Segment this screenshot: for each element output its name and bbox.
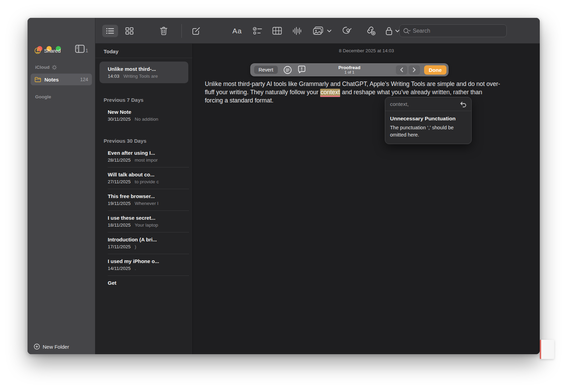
note-date: 18/11/2025 [108, 222, 131, 228]
note-preview: to provide c [135, 179, 159, 184]
format-aa-label: Aa [232, 27, 242, 35]
list-view-button[interactable] [102, 25, 118, 37]
suggestion-title: Unnecessary Punctuation [385, 111, 471, 122]
feedback-bubble-icon[interactable] [297, 66, 306, 74]
note-preview: Whenever I [135, 201, 158, 206]
search-field[interactable] [399, 24, 507, 37]
revert-button[interactable]: Revert [254, 66, 278, 74]
note-preview: Your laptop [135, 222, 158, 228]
summary-icon[interactable] [283, 66, 292, 74]
next-suggestion-button[interactable] [409, 65, 420, 75]
note-list-section-previous-30-days: Previous 30 Days [95, 126, 192, 146]
note-title: Even after using I... [108, 150, 188, 156]
note-date: 17/11/2025 [108, 244, 131, 249]
notes-window: Shared 1 iCloud [28, 18, 540, 354]
note-title: Unlike most third-... [108, 66, 183, 72]
new-note-button[interactable] [191, 18, 202, 44]
note-list-item[interactable]: This free browser... 19/11/2025 Whenever… [95, 189, 192, 210]
note-title: This free browser... [108, 193, 188, 199]
note-preview: ) [135, 244, 136, 249]
note-list-item[interactable]: Introduction (A bri... 17/11/2025 ) [95, 232, 192, 254]
shared-count: 1 [85, 48, 88, 53]
sync-spinner-icon [52, 65, 57, 70]
sidebar-item-shared[interactable]: Shared 1 [31, 45, 92, 56]
note-list-section-previous-7-days: Previous 7 Days [95, 83, 192, 105]
sidebar-section-icloud: iCloud [35, 65, 57, 70]
note-date: 30/11/2025 [108, 117, 131, 122]
new-folder-button[interactable]: New Folder [34, 344, 69, 350]
sidebar-item-label: Shared [44, 48, 61, 54]
notes-count: 124 [80, 77, 88, 82]
note-title: Will talk about co... [108, 172, 188, 177]
add-link-button[interactable] [365, 18, 377, 44]
note-list-item[interactable]: Will talk about co... 27/11/2025 to prov… [95, 167, 192, 189]
note-list-item[interactable]: Even after using I... 28/11/2025 most im… [95, 146, 192, 167]
folder-icon [34, 77, 41, 83]
note-title: Get [108, 280, 188, 286]
note-list-item[interactable]: New Note 30/11/2025 No addition [95, 105, 192, 126]
search-icon [403, 28, 411, 34]
sidebar-section-google[interactable]: Google [35, 94, 51, 99]
note-list-item[interactable]: Get [95, 276, 192, 290]
note-date: 19/11/2025 [108, 201, 131, 206]
suggestion-description: The punctuation ‘,’ should be omitted he… [385, 122, 471, 144]
undo-icon[interactable] [460, 101, 466, 107]
note-list: Today Unlike most third-... 14:03 Writin… [95, 44, 193, 354]
note-preview: No addition [135, 117, 158, 122]
note-title: Introduction (A bri... [108, 237, 188, 242]
note-preview: most impor [135, 157, 158, 163]
shared-person-icon [34, 47, 41, 54]
note-editor: 8 December 2025 at 14:03 Revert [193, 44, 540, 354]
toolbar: Aa [95, 18, 540, 44]
note-title: I used my iPhone o... [108, 258, 188, 264]
icloud-section-label: iCloud [35, 65, 50, 70]
note-title: New Note [108, 109, 188, 115]
note-preview: Writing Tools are [124, 74, 158, 79]
background-page-artifact [540, 340, 554, 359]
delete-note-button[interactable] [158, 18, 169, 44]
done-button[interactable]: Done [424, 65, 447, 75]
note-date: 14/11/2025 [108, 266, 131, 271]
format-button[interactable]: Aa [232, 18, 242, 44]
new-folder-label: New Folder [43, 344, 69, 350]
toolbar-separator [181, 24, 182, 38]
proofread-bar: Revert Proofread 1 of 1 [250, 63, 449, 76]
audio-waveform-button[interactable] [292, 18, 303, 44]
note-list-item[interactable]: I use these secret... 18/11/2025 Your la… [95, 211, 192, 232]
original-text: context, [390, 101, 409, 107]
media-button[interactable] [312, 18, 324, 44]
note-date: 27/11/2025 [108, 179, 131, 184]
sidebar: Shared 1 iCloud [28, 18, 95, 354]
note-title: I use these secret... [108, 215, 188, 221]
note-list-item-selected[interactable]: Unlike most third-... 14:03 Writing Tool… [99, 62, 188, 83]
note-date: 14:03 [108, 74, 119, 79]
google-section-label: Google [35, 94, 51, 99]
previous-suggestion-button[interactable] [396, 65, 407, 75]
search-input[interactable] [413, 28, 492, 34]
note-list-item[interactable]: I used my iPhone o... 14/11/2025 . [95, 254, 192, 275]
gallery-view-button[interactable] [124, 18, 135, 44]
suggestion-popover: context, Unnecessary Punctuation The pun… [385, 97, 472, 144]
note-date: 28/11/2025 [108, 157, 131, 163]
proofread-highlight[interactable]: context [320, 89, 340, 97]
plus-circle-icon [34, 344, 40, 350]
media-chevron-down-icon[interactable] [326, 18, 332, 44]
sidebar-item-label: Notes [44, 77, 59, 83]
note-preview: . [135, 266, 136, 271]
lock-button[interactable] [385, 18, 393, 44]
table-button[interactable] [272, 18, 283, 44]
writing-tools-button[interactable] [341, 18, 353, 44]
sidebar-item-notes[interactable]: Notes 124 [31, 74, 92, 85]
note-date-header: 8 December 2025 at 14:03 [193, 48, 540, 53]
note-list-section-today: Today [95, 44, 192, 58]
checklist-button[interactable] [252, 18, 263, 44]
